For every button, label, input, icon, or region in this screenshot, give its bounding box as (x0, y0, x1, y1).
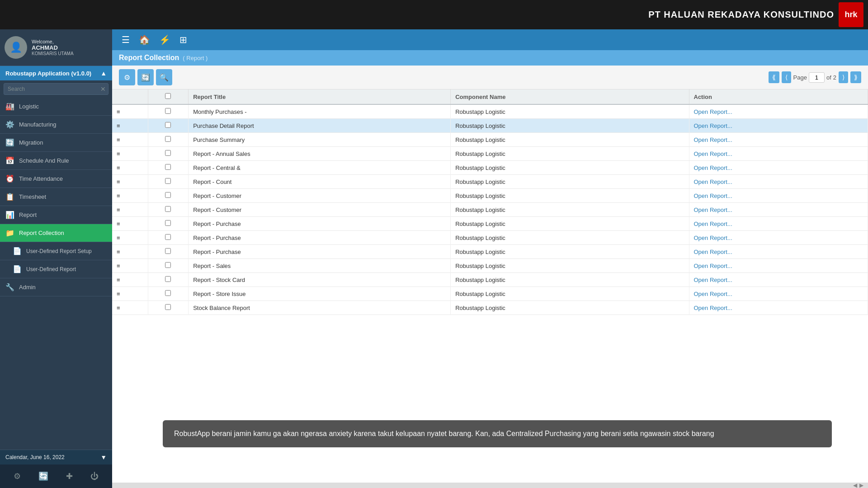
page-input[interactable] (809, 72, 825, 83)
row-handle: ≡ (112, 259, 148, 273)
action-cell: Open Report... (689, 273, 868, 287)
row-handle: ≡ (112, 231, 148, 245)
settings-button[interactable]: ⚙ (119, 69, 135, 85)
prev-page-button[interactable]: ⟨ (782, 71, 791, 83)
row-checkbox[interactable] (165, 220, 171, 226)
report-title-cell: Monthly Purchases - (189, 104, 451, 119)
app-title-bar[interactable]: Robustapp Application (v1.0.0) ▲ (0, 66, 112, 80)
component-name-cell: Robustapp Logistic (451, 287, 689, 301)
row-handle: ≡ (112, 104, 148, 119)
row-checkbox[interactable] (165, 150, 171, 156)
first-page-button[interactable]: ⟪ (769, 71, 779, 83)
row-handle: ≡ (112, 133, 148, 147)
row-checkbox[interactable] (165, 178, 171, 184)
total-pages: 2 (833, 74, 836, 81)
open-report-link[interactable]: Open Report... (694, 108, 732, 115)
row-checkbox[interactable] (165, 122, 171, 128)
sidebar-item-timeattendance[interactable]: ⏰ Time Attendance (0, 170, 112, 188)
sidebar-item-report-collection[interactable]: 📁 Report Collection (0, 224, 112, 242)
drag-handle-icon: ≡ (117, 108, 120, 115)
open-report-link[interactable]: Open Report... (694, 305, 732, 311)
component-name-cell: Robustapp Logistic (451, 133, 689, 147)
open-report-link[interactable]: Open Report... (694, 178, 732, 185)
sidebar-item-label: Schedule And Rule (19, 157, 69, 164)
row-checkbox[interactable] (165, 304, 171, 310)
open-report-link[interactable]: Open Report... (694, 235, 732, 241)
open-report-link[interactable]: Open Report... (694, 263, 732, 269)
open-report-link[interactable]: Open Report... (694, 164, 732, 171)
row-checkbox[interactable] (165, 192, 171, 198)
sidebar-item-udreport-setup[interactable]: 📄 User-Defined Report Setup (0, 242, 112, 260)
user-info: Welcome, ACHMAD KOMISARIS UTAMA (32, 39, 74, 56)
drag-handle-icon: ≡ (117, 221, 120, 227)
sidebar-item-label: Manufacturing (19, 121, 56, 128)
sidebar-item-report[interactable]: 📊 Report (0, 206, 112, 224)
report-icon: 📊 (5, 211, 14, 219)
search-clear-icon[interactable]: ✕ (100, 85, 106, 93)
drag-handle-icon: ≡ (117, 235, 120, 241)
row-checkbox[interactable] (165, 164, 171, 170)
row-checkbox[interactable] (165, 248, 171, 254)
next-page-button[interactable]: ⟩ (839, 71, 848, 83)
open-report-link[interactable]: Open Report... (694, 136, 732, 143)
row-checkbox[interactable] (165, 276, 171, 282)
drag-handle-icon: ≡ (117, 164, 120, 171)
resize-right-icon[interactable]: ▶ (859, 482, 863, 488)
open-report-link[interactable]: Open Report... (694, 192, 732, 199)
logistic-icon: 🏭 (5, 102, 14, 111)
home-icon[interactable]: 🏠 (136, 33, 153, 47)
refresh-icon[interactable]: 🔄 (36, 469, 51, 483)
resize-left-icon[interactable]: ◀ (853, 482, 857, 488)
row-checkbox[interactable] (165, 206, 171, 212)
user-name: ACHMAD (32, 44, 74, 51)
last-page-button[interactable]: ⟫ (850, 71, 861, 83)
action-cell: Open Report... (689, 245, 868, 259)
open-report-link[interactable]: Open Report... (694, 291, 732, 297)
row-handle: ≡ (112, 301, 148, 315)
sidebar-item-label: Timesheet (19, 193, 46, 200)
row-checkbox-cell (148, 231, 189, 245)
page-info: Page of 2 (793, 72, 836, 83)
row-checkbox[interactable] (165, 290, 171, 296)
sidebar-item-udreport[interactable]: 📄 User-Defined Report (0, 260, 112, 278)
open-report-link[interactable]: Open Report... (694, 277, 732, 283)
sidebar-item-timesheet[interactable]: 📋 Timesheet (0, 188, 112, 206)
sidebar-item-admin[interactable]: 🔧 Admin (0, 278, 112, 296)
calendar-bar[interactable]: Calendar, June 16, 2022 ▼ (0, 450, 112, 465)
drag-handle-icon: ≡ (117, 192, 120, 199)
row-handle: ≡ (112, 189, 148, 203)
open-report-link[interactable]: Open Report... (694, 221, 732, 227)
power-icon[interactable]: ⏻ (88, 469, 101, 483)
refresh-button[interactable]: 🔄 (137, 69, 154, 85)
toolbar-left: ⚙ 🔄 🔍 (119, 69, 172, 85)
open-report-link[interactable]: Open Report... (694, 206, 732, 213)
row-checkbox[interactable] (165, 108, 171, 114)
row-checkbox[interactable] (165, 262, 171, 268)
sidebar-item-label: Report (19, 211, 37, 218)
grid-icon[interactable]: ⊞ (177, 33, 190, 47)
select-all-checkbox[interactable] (165, 93, 171, 99)
udreport-setup-icon: 📄 (13, 247, 22, 255)
open-report-link[interactable]: Open Report... (694, 150, 732, 157)
drag-handle-icon: ≡ (117, 291, 120, 297)
sidebar-item-schedule[interactable]: 📅 Schedule And Rule (0, 152, 112, 170)
search-button[interactable]: 🔍 (156, 69, 172, 85)
open-report-link[interactable]: Open Report... (694, 122, 732, 129)
component-name-cell: Robustapp Logistic (451, 259, 689, 273)
sidebar-item-manufacturing[interactable]: ⚙️ Manufacturing (0, 116, 112, 134)
row-checkbox[interactable] (165, 136, 171, 142)
sidebar-item-label: User-Defined Report Setup (26, 248, 92, 254)
add-icon[interactable]: ✚ (64, 469, 75, 483)
row-checkbox[interactable] (165, 234, 171, 240)
sidebar-menu: 🏭 Logistic ⚙️ Manufacturing 🔄 Migration … (0, 98, 112, 450)
menu-icon[interactable]: ☰ (119, 33, 132, 47)
settings-icon[interactable]: ⚙ (11, 469, 23, 483)
search-input[interactable] (4, 83, 108, 95)
sidebar-item-migration[interactable]: 🔄 Migration (0, 134, 112, 152)
open-report-link[interactable]: Open Report... (694, 249, 732, 255)
sidebar-item-logistic[interactable]: 🏭 Logistic (0, 98, 112, 116)
sidebar-footer-tools: ⚙ 🔄 ✚ ⏻ (0, 465, 112, 488)
dashboard-icon[interactable]: ⚡ (156, 33, 173, 47)
pagination: ⟪ ⟨ Page of 2 ⟩ ⟫ (769, 71, 861, 83)
col-checkbox-header (148, 89, 189, 104)
